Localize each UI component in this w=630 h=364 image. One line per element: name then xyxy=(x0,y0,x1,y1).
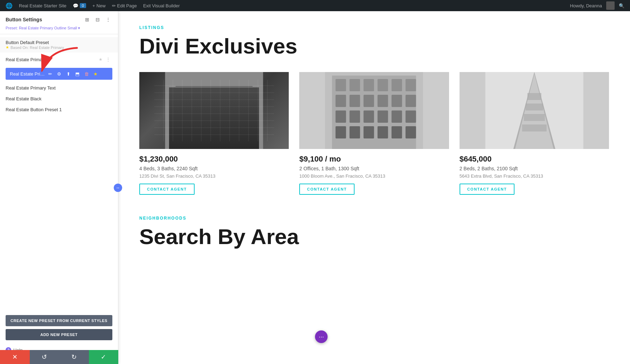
grid-icon-btn[interactable]: ⊟ xyxy=(93,15,102,24)
svg-rect-9 xyxy=(200,124,228,149)
svg-rect-2 xyxy=(176,86,253,149)
svg-rect-32 xyxy=(364,126,374,138)
listing-card-2: $9,100 / mo 2 Offices, 1 Bath, 1300 Sqft… xyxy=(299,72,449,195)
svg-rect-23 xyxy=(406,95,416,107)
toolbar-copy-icon[interactable]: ⬒ xyxy=(74,70,81,78)
preset-default-name: Button Default Preset xyxy=(6,40,112,45)
listing-3-details: 2 Beds, 2 Baths, 2100 Sqft xyxy=(460,166,609,171)
add-preset-button[interactable]: ADD NEW PRESET xyxy=(6,329,112,340)
active-toolbar-name: Real Estate Primar... xyxy=(10,71,45,77)
avatar[interactable] xyxy=(606,1,615,10)
listing-card-3: $645,000 2 Beds, 2 Baths, 2100 Sqft 5643… xyxy=(460,72,609,195)
preset-primary-name: Real Estate Primary xyxy=(6,57,99,62)
purple-dots-button[interactable]: ··· xyxy=(315,330,328,343)
new-item[interactable]: + New xyxy=(90,0,108,11)
listing-1-price: $1,230,000 xyxy=(139,155,289,164)
svg-rect-29 xyxy=(406,110,416,123)
toolbar-settings-icon[interactable]: ⚙ xyxy=(55,70,63,78)
toolbar-export-icon[interactable]: ⬆ xyxy=(64,70,72,78)
star-icon-small: ★ xyxy=(6,45,9,50)
svg-rect-40 xyxy=(525,104,543,110)
listing-1-address: 1235 Divi St, San Fracisco, CA 35313 xyxy=(139,173,289,179)
preset-black-name: Real Estate Black xyxy=(6,96,112,101)
svg-rect-34 xyxy=(392,126,402,138)
listing-image-3 xyxy=(460,72,609,149)
preset-primary-text-name: Real Estate Primary Text xyxy=(6,85,112,91)
preset-subtitle[interactable]: Preset: Real Estate Primary Outline Smal… xyxy=(6,26,112,30)
svg-rect-35 xyxy=(406,126,416,138)
svg-rect-41 xyxy=(524,114,545,121)
cancel-button[interactable]: ✕ xyxy=(0,350,30,364)
svg-rect-22 xyxy=(392,95,402,107)
listing-card-1: $1,230,000 4 Beds, 3 Baths, 2240 Sqft 12… xyxy=(139,72,289,195)
exit-builder-label: Exit Visual Builder xyxy=(143,3,180,8)
edit-page-item[interactable]: ✏ Edit Page xyxy=(109,0,140,11)
cancel-icon: ✕ xyxy=(12,353,18,361)
wp-logo-item[interactable]: 🌐 xyxy=(3,0,15,11)
admin-bar-left: 🌐 Real Estate Starter Site 💬 0 + New ✏ E… xyxy=(3,0,566,11)
left-panel: Button Settings ⊞ ⊟ ⋮ Preset: Real Estat… xyxy=(0,11,118,364)
save-button[interactable]: ✓ xyxy=(89,350,119,364)
wp-icon: 🌐 xyxy=(6,2,13,9)
panel-title-icons: ⊞ ⊟ ⋮ xyxy=(83,15,112,24)
svg-rect-21 xyxy=(378,95,388,107)
neighborhoods-section: NEIGHBORHOODS Search By Area xyxy=(139,216,609,249)
svg-rect-33 xyxy=(378,126,388,138)
svg-rect-4 xyxy=(204,93,218,107)
main-layout: Button Settings ⊞ ⊟ ⋮ Preset: Real Estat… xyxy=(0,11,630,364)
listing-image-2 xyxy=(299,72,449,149)
svg-rect-31 xyxy=(350,126,360,138)
contact-btn-2[interactable]: CONTACT AGENT xyxy=(299,184,355,195)
preset-list: Button Default Preset ★ Based On: Real E… xyxy=(0,34,118,311)
preset-item-button-1[interactable]: Real Estate Button Preset 1 xyxy=(0,104,118,115)
preset-item-black[interactable]: Real Estate Black xyxy=(0,93,118,104)
svg-rect-18 xyxy=(336,95,346,107)
listing-image-1 xyxy=(139,72,289,149)
listing-2-price: $9,100 / mo xyxy=(299,155,449,164)
contact-btn-1[interactable]: CONTACT AGENT xyxy=(139,184,195,195)
redo-button[interactable]: ↻ xyxy=(59,350,89,364)
comments-item[interactable]: 💬 0 xyxy=(70,0,89,11)
svg-rect-6 xyxy=(183,114,197,128)
svg-rect-13 xyxy=(350,79,360,91)
resize-handle[interactable]: ↔ xyxy=(114,184,122,192)
save-icon: ✓ xyxy=(101,353,106,361)
svg-rect-39 xyxy=(527,93,541,100)
neighborhoods-label: NEIGHBORHOODS xyxy=(139,216,609,221)
svg-rect-1 xyxy=(165,72,263,149)
site-name-label: Real Estate Starter Site xyxy=(19,3,66,8)
svg-rect-14 xyxy=(364,79,374,91)
preset-item-primary[interactable]: Real Estate Primary ★ ⋮ xyxy=(0,52,118,66)
listing-3-price: $645,000 xyxy=(460,155,609,164)
contact-btn-3[interactable]: CONTACT AGENT xyxy=(460,184,515,195)
toolbar-edit-icon[interactable]: ✏ xyxy=(46,70,54,78)
preset-item-primary-text[interactable]: Real Estate Primary Text xyxy=(0,83,118,93)
expand-icon-btn[interactable]: ⊞ xyxy=(83,15,91,24)
active-preset-container: Real Estate Primar... ✏ ⚙ ⬆ ⬒ 🗑 ★ xyxy=(0,66,118,83)
listing-2-details: 2 Offices, 1 Bath, 1300 Sqft xyxy=(299,166,449,171)
site-name-item[interactable]: Real Estate Starter Site xyxy=(16,0,69,11)
panel-buttons: CREATE NEW PRESET FROM CURRENT STYLES AD… xyxy=(0,311,118,344)
panel-title: Button Settings xyxy=(6,17,42,22)
preset-item-default[interactable]: Button Default Preset ★ Based On: Real E… xyxy=(0,37,118,52)
undo-button[interactable]: ↺ xyxy=(30,350,59,364)
svg-rect-12 xyxy=(336,79,346,91)
new-label: New xyxy=(97,3,106,8)
toolbar-delete-icon[interactable]: 🗑 xyxy=(83,70,90,78)
neighborhoods-title: Search By Area xyxy=(139,225,609,249)
preset-based-on: ★ Based On: Real Estate Primary xyxy=(6,45,112,50)
svg-rect-16 xyxy=(392,79,402,91)
edit-page-label: Edit Page xyxy=(117,3,137,8)
svg-rect-20 xyxy=(364,95,374,107)
more-icon-btn[interactable]: ⋮ xyxy=(104,15,112,24)
howdy-label: Howdy, Deanna xyxy=(567,3,605,8)
active-toolbar: Real Estate Primar... ✏ ⚙ ⬆ ⬒ 🗑 ★ xyxy=(6,68,112,80)
create-preset-button[interactable]: CREATE NEW PRESET FROM CURRENT STYLES xyxy=(6,315,112,326)
listings-title: Divi Exclusives xyxy=(139,34,609,58)
svg-rect-27 xyxy=(378,110,388,123)
search-icon-bar[interactable]: 🔍 xyxy=(616,0,627,11)
exit-builder-item[interactable]: Exit Visual Builder xyxy=(140,0,183,11)
toolbar-star-icon[interactable]: ★ xyxy=(92,70,99,78)
svg-rect-5 xyxy=(225,93,239,107)
preset-primary-more[interactable]: ⋮ xyxy=(104,55,112,64)
